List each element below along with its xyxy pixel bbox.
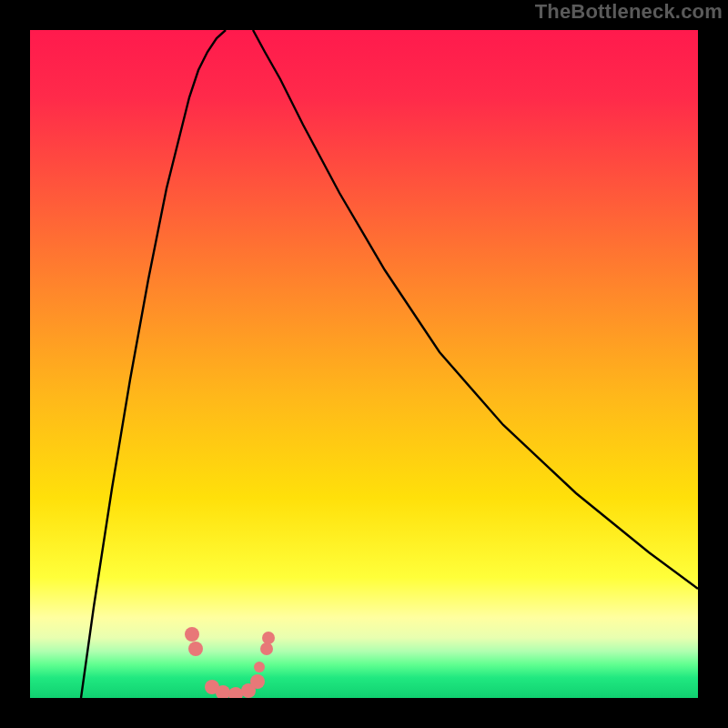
left-curve (81, 30, 226, 698)
marker-dot (188, 642, 203, 656)
marker-dot (228, 687, 243, 698)
marker-dot (262, 632, 275, 644)
curve-svg (30, 30, 698, 698)
highlight-dots (185, 627, 275, 698)
marker-dot (254, 662, 265, 672)
marker-dot (185, 627, 199, 642)
chart-container: TheBottleneck.com (0, 0, 728, 728)
watermark-text: TheBottleneck.com (535, 0, 723, 24)
marker-dot (260, 642, 273, 655)
right-curve (253, 30, 698, 589)
plot-area (30, 30, 698, 698)
marker-dot (250, 674, 265, 689)
